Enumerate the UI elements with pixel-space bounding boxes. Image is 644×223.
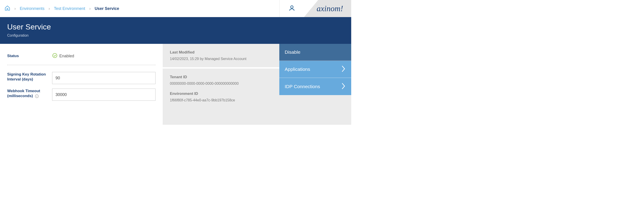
status-value: Enabled (52, 53, 156, 59)
status-label: Status (7, 54, 52, 58)
signing-interval-row: Signing Key Rotation Interval (days) (7, 72, 156, 84)
page-title: User Service (7, 22, 344, 31)
webhook-timeout-row: Webhook Timeout (milliseconds) (7, 88, 156, 101)
last-modified-label: Last Modified (170, 50, 272, 55)
check-circle-icon (52, 53, 58, 59)
topbar: › Environments › Test Environment › User… (0, 0, 351, 17)
divider (7, 65, 156, 65)
chevron-right-icon (341, 82, 346, 91)
idp-connections-label: IDP Connections (285, 84, 320, 89)
webhook-timeout-label: Webhook Timeout (milliseconds) (7, 88, 52, 98)
last-modified-value: 14/02/2023, 15:29 by Managed Service Acc… (170, 57, 272, 61)
signing-interval-input[interactable] (52, 72, 156, 84)
breadcrumb-test-environment[interactable]: Test Environment (54, 6, 85, 11)
main-content: Status Enabled Signing Key Rotation Inte… (0, 44, 351, 125)
status-row: Status Enabled (7, 53, 156, 59)
info-icon[interactable] (35, 94, 39, 98)
webhook-timeout-input[interactable] (52, 88, 156, 101)
config-form: Status Enabled Signing Key Rotation Inte… (0, 44, 163, 125)
user-icon (288, 5, 295, 12)
svg-point-0 (290, 6, 293, 8)
environment-id-value: 1f66f80f-c785-44e0-aa7c-9bb197b158ce (170, 98, 272, 102)
signing-interval-label: Signing Key Rotation Interval (days) (7, 72, 52, 82)
home-icon[interactable] (4, 5, 10, 12)
brand-logo-text: axinom! (312, 4, 343, 13)
environment-id-label: Environment ID (170, 92, 272, 96)
page-subtitle: Configuration (7, 34, 344, 38)
disable-label: Disable (285, 50, 300, 55)
breadcrumb: › Environments › Test Environment › User… (4, 5, 119, 12)
user-menu[interactable] (279, 0, 304, 17)
chevron-right-icon: › (14, 6, 16, 11)
chevron-right-icon: › (89, 6, 90, 11)
svg-point-1 (53, 54, 57, 58)
applications-button[interactable]: Applications (279, 61, 351, 78)
applications-label: Applications (285, 66, 310, 72)
actions-panel: Disable Applications IDP Connections (279, 44, 351, 125)
tenant-env-block: Tenant ID 00000000-0000-0000-0000-000000… (163, 67, 279, 108)
breadcrumb-current: User Service (94, 6, 119, 11)
tenant-id-label: Tenant ID (170, 75, 272, 79)
status-text: Enabled (59, 54, 74, 58)
brand-logo: axinom! (304, 0, 351, 17)
topbar-right: axinom! (279, 0, 351, 17)
idp-connections-button[interactable]: IDP Connections (279, 78, 351, 95)
disable-button[interactable]: Disable (279, 44, 351, 61)
info-panel: Last Modified 14/02/2023, 15:29 by Manag… (163, 44, 279, 125)
last-modified-block: Last Modified 14/02/2023, 15:29 by Manag… (163, 44, 279, 67)
tenant-id-value: 00000000-0000-0000-0000-000000000000 (170, 82, 272, 86)
breadcrumb-environments[interactable]: Environments (20, 6, 44, 11)
chevron-right-icon: › (48, 6, 50, 11)
chevron-right-icon (341, 65, 346, 74)
page-header: User Service Configuration (0, 17, 351, 44)
